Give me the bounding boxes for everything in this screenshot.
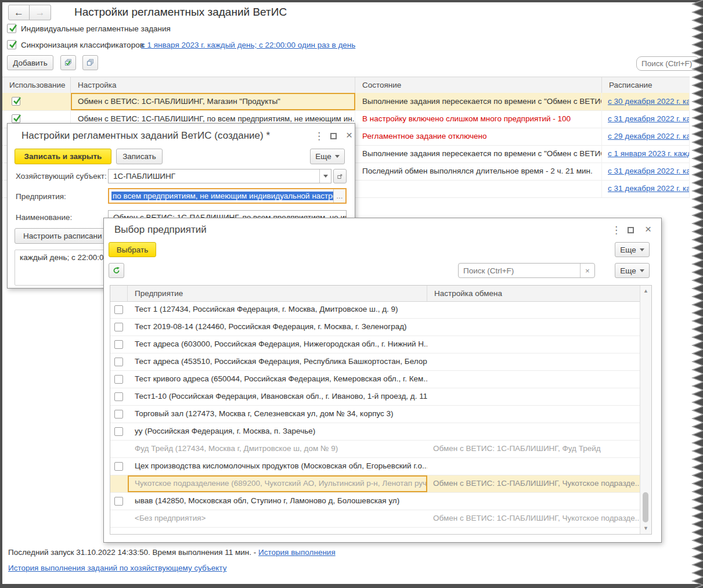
kebab-menu-icon[interactable]: ⋮ [314, 131, 324, 141]
enterprises-input[interactable]: по всем предприятиям, не имеющим индивид… [108, 188, 347, 204]
row-checkbox[interactable] [114, 305, 123, 314]
enterprise-cell[interactable]: Тест адреса (453510, Российская Федераци… [128, 353, 427, 370]
schedule-link[interactable]: с 1 января 2023 г. каждый [608, 149, 690, 158]
set-usage-flag-button[interactable] [60, 55, 76, 70]
kebab-menu-icon[interactable]: ⋮ [611, 225, 621, 235]
sync-schedule-link[interactable]: с 1 января 2023 г. каждый день; с 22:00:… [141, 41, 355, 49]
row-checkbox[interactable] [114, 392, 123, 401]
exchange-cell[interactable] [427, 301, 640, 318]
list-item[interactable]: Тест1-10 (Российская Федерация, Ивановск… [110, 388, 640, 406]
back-button[interactable]: ← [8, 5, 30, 20]
subject-open-button[interactable] [333, 169, 347, 183]
schedule-link[interactable]: с 31 декабря 2022 г. кажд [608, 184, 690, 193]
save-and-close-button[interactable]: Записать и закрыть [15, 149, 111, 164]
state-cell[interactable]: Последний обмен выполнялся длительное вр… [355, 163, 602, 180]
list-item[interactable]: уу (Российская Федерация, г. Москва, п. … [110, 423, 640, 441]
select-button[interactable]: Выбрать [109, 242, 156, 257]
schedule-link[interactable]: с 31 декабря 2022 г. кажд [608, 114, 690, 123]
dialog-search-field[interactable] [459, 266, 580, 276]
configure-schedule-button[interactable]: Настроить расписани [15, 228, 111, 244]
forward-button[interactable]: → [30, 5, 51, 20]
enterprise-cell[interactable]: <Без предприятия> [128, 510, 427, 527]
individual-tasks-checkbox[interactable] [7, 24, 16, 33]
column-schedule[interactable]: Расписание [602, 77, 690, 93]
subject-dropdown-button[interactable] [319, 169, 331, 183]
close-icon[interactable]: × [346, 129, 352, 140]
exchange-cell[interactable] [427, 371, 640, 388]
row-checkbox[interactable] [114, 358, 123, 366]
row-checkbox[interactable] [114, 462, 123, 471]
enterprise-cell[interactable]: уу (Российская Федерация, г. Москва, п. … [128, 423, 427, 440]
exchange-cell[interactable] [427, 336, 640, 353]
setting-cell[interactable]: Обмен с ВЕТИС: 1С-ПАБЛИШИНГ, Магазин "Пр… [71, 93, 355, 110]
close-icon[interactable]: × [645, 223, 651, 235]
exchange-cell[interactable] [427, 319, 640, 336]
list-item[interactable]: Тест адреса (453510, Российская Федераци… [110, 353, 640, 371]
enterprise-cell[interactable]: Тест адреса (603000, Российская Федераци… [128, 336, 427, 353]
usage-checkbox[interactable] [12, 97, 20, 106]
schedule-link[interactable]: с 30 декабря 2022 г. кажд [608, 97, 690, 106]
row-checkbox[interactable] [114, 427, 123, 436]
refresh-button[interactable] [109, 263, 124, 278]
scroll-up-icon[interactable]: ▲ [643, 288, 648, 294]
list-item-selected[interactable]: Чукотское подразделение (689200, Чукотск… [110, 475, 640, 493]
sync-classifiers-checkbox[interactable] [7, 40, 16, 49]
maximize-icon[interactable] [628, 227, 634, 233]
exchange-cell[interactable] [427, 388, 640, 405]
enterprise-cell[interactable]: Торговый зал (127473, Москва г, Селезнев… [128, 406, 427, 423]
list-item[interactable]: Цех производства кисломолочных продуктов… [110, 458, 640, 475]
enterprise-cell[interactable]: Тест 1 (127434, Российская Федерация, г.… [128, 301, 427, 318]
row-checkbox[interactable] [114, 410, 123, 419]
enterprises-choose-button[interactable]: ... [333, 189, 345, 203]
state-cell[interactable]: Выполнение задания пересекается по време… [355, 145, 602, 163]
list-item[interactable]: ывав (142850, Московская обл, Ступино г,… [110, 493, 640, 510]
column-setting[interactable]: Настройка [71, 77, 355, 93]
exchange-cell[interactable] [427, 353, 640, 370]
usage-checkbox[interactable] [12, 114, 20, 123]
subject-input[interactable]: 1С-ПАБЛИШИНГ [108, 169, 331, 183]
exchange-cell[interactable]: Обмен с ВЕТИС: 1С-ПАБЛИШИНГ, Чукотское п… [427, 475, 640, 492]
list-item[interactable]: Тест кривого адреса (650044, Российская … [110, 371, 640, 388]
exchange-cell[interactable]: Обмен с ВЕТИС: 1С-ПАБЛИШИНГ, Фуд Трейд [427, 441, 640, 457]
more-button-top[interactable]: Еще [615, 242, 650, 257]
state-cell[interactable]: В настройку включено слишком много предп… [355, 110, 602, 128]
enterprise-cell[interactable]: Тест1-10 (Российская Федерация, Ивановск… [128, 388, 427, 405]
column-usage[interactable]: Использование [2, 77, 71, 93]
list-item[interactable]: Фуд Трейд (127434, Москва г, Дмитровское… [110, 441, 640, 458]
scrollbar-thumb[interactable] [643, 492, 648, 522]
exchange-cell[interactable]: Обмен с ВЕТИС: 1С-ПАБЛИШИНГ, Чукотское п… [427, 510, 640, 527]
exchange-cell[interactable] [427, 406, 640, 423]
maximize-icon[interactable] [330, 133, 337, 139]
exchange-cell[interactable] [427, 458, 640, 475]
row-checkbox[interactable] [114, 497, 123, 506]
save-button[interactable]: Записать [116, 149, 163, 164]
schedule-link[interactable]: с 31 декабря 2022 г. кажд [608, 167, 690, 175]
enterprise-cell[interactable]: Фуд Трейд (127434, Москва г, Дмитровское… [128, 441, 427, 457]
row-checkbox[interactable] [114, 375, 123, 384]
list-item[interactable]: Тест 2019-08-14 (124460, Российская Феде… [110, 319, 640, 336]
column-enterprise[interactable]: Предприятие [128, 286, 427, 301]
schedule-link[interactable]: с 29 декабря 2022 г. кажд [608, 132, 690, 140]
exchange-cell[interactable] [427, 423, 640, 440]
state-cell[interactable]: Регламентное задание отключено [355, 128, 602, 145]
dialog-search[interactable]: × [458, 263, 595, 278]
row-checkbox[interactable] [114, 340, 123, 349]
enterprise-cell[interactable]: Тест 2019-08-14 (124460, Российская Феде… [128, 319, 427, 336]
history-by-subject-link[interactable]: История выполнения заданий по хозяйствую… [8, 564, 226, 572]
history-link[interactable]: История выполнения [258, 548, 336, 557]
exchange-cell[interactable] [427, 493, 640, 510]
column-state[interactable]: Состояние [355, 77, 602, 93]
list-item[interactable]: <Без предприятия> Обмен с ВЕТИС: 1С-ПАБЛ… [110, 510, 640, 528]
column-exchange[interactable]: Настройка обмена [427, 286, 640, 301]
clear-search-icon[interactable]: × [580, 264, 594, 277]
row-checkbox[interactable] [114, 323, 123, 331]
enterprise-cell[interactable]: Цех производства кисломолочных продуктов… [128, 458, 427, 475]
enterprise-cell[interactable]: Чукотское подразделение (689200, Чукотск… [128, 475, 427, 492]
list-item[interactable]: Тест адреса (603000, Российская Федераци… [110, 336, 640, 353]
vertical-scrollbar[interactable]: ▲ ▼ [640, 286, 651, 534]
state-cell[interactable]: Выполнение задания пересекается по време… [355, 93, 602, 110]
more-button[interactable]: Еще [310, 149, 345, 164]
more-button-list[interactable]: Еще [615, 263, 650, 278]
list-item[interactable]: Тест 1 (127434, Российская Федерация, г.… [110, 301, 640, 319]
list-item[interactable]: Торговый зал (127473, Москва г, Селезнев… [110, 406, 640, 423]
